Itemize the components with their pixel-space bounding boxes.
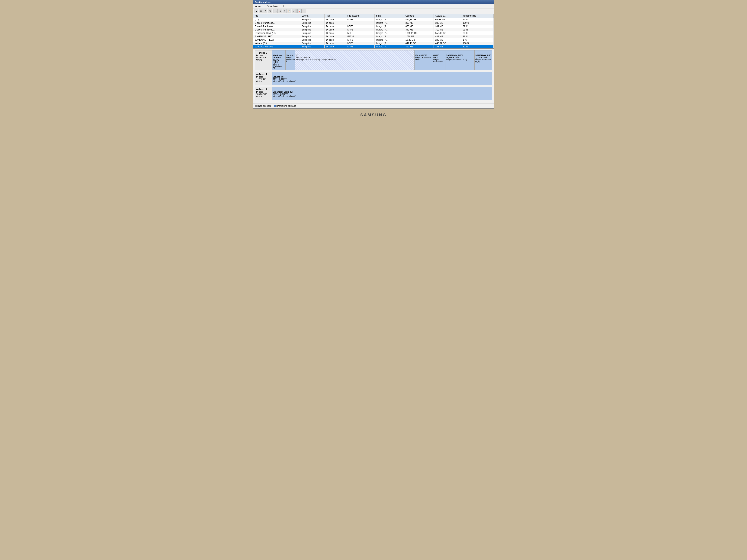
toolbar-grid2-btn[interactable]: ⊞ [268, 9, 272, 13]
table-row[interactable]: SAMSUNG_REC2SempliceDi baseNTFSIntegro (… [253, 38, 494, 42]
toolbar-x-btn[interactable]: ✕ [278, 9, 282, 13]
table-cell-8-0: Windows RE tools [253, 45, 300, 48]
toolbar-chart-btn[interactable]: 📊 [298, 9, 302, 13]
disk0-type: Di base [256, 54, 271, 56]
table-cell-3-0: Disco 0 Partizione... [253, 28, 300, 31]
partition-table: me Layout Tipo File system Stato Capacit… [253, 14, 494, 48]
table-cell-0-3: NTFS [346, 18, 375, 22]
table-cell-3-5: 349 MB [404, 28, 434, 31]
disk-partition[interactable]: Windows RE tools 499 MB NTFS Integro (Pa… [272, 50, 286, 70]
toolbar-paste-btn[interactable]: 📋 [287, 9, 291, 13]
disk1-status: Online [256, 80, 271, 82]
disk1-row: — Disco 1 Di base 447,12 GB Online Volum… [255, 72, 492, 85]
app-window: Gestione disco Azione Visualizza ? ◄ ▦ ?… [253, 0, 494, 109]
menu-visualizza[interactable]: Visualizza [266, 4, 279, 8]
partition-status: Integro (Partizione OE [273, 63, 285, 69]
partition-status: Integro (Partizione c [286, 56, 294, 63]
table-row[interactable]: Windows RE toolsSempliceDi baseNTFSInteg… [253, 45, 494, 48]
table-cell-6-5: 18,29 GB [404, 38, 434, 42]
table-row[interactable]: (C:)SempliceDi baseNTFSIntegro (A...444,… [253, 18, 494, 22]
partition-status: Integro (Partizione C [433, 58, 444, 63]
table-cell-5-6: 402 MB [434, 35, 461, 38]
table-cell-5-0: SAMSUNG_REC [253, 35, 300, 38]
disk2-status: Online [256, 95, 271, 98]
table-row[interactable]: Volume (D:)SempliceDi baseNTFSIntegro (P… [253, 42, 494, 45]
table-row[interactable]: Disco 0 Partizione...SempliceDi baseNTFS… [253, 25, 494, 28]
table-cell-2-3: NTFS [346, 25, 375, 28]
table-cell-1-1: Semplice [300, 21, 325, 25]
toolbar-back-btn[interactable]: ◄ [254, 9, 258, 13]
table-cell-8-7: 30 % [461, 45, 494, 48]
table-cell-6-4: Integro (P... [375, 38, 404, 42]
disk-partition[interactable]: 300 MB Integro (Partizione c [286, 50, 295, 70]
table-body: (C:)SempliceDi baseNTFSIntegro (A...444,… [253, 18, 494, 49]
table-row[interactable]: Disco 0 Partizione...SempliceDi baseNTFS… [253, 28, 494, 31]
table-cell-3-7: 91 % [461, 28, 494, 31]
disk-partition[interactable]: Volume (D:) 447,11 GB NTFS Integro (Part… [272, 72, 492, 85]
table-row[interactable]: SAMSUNG_RECSempliceDi baseFAT32Integro (… [253, 35, 494, 38]
partition-size: 349 MB NTFS [433, 54, 444, 58]
disk1-name: — Disco 1 [256, 73, 271, 76]
toolbar-help-btn[interactable]: ? [263, 9, 267, 13]
table-cell-7-7: 100 % [461, 42, 494, 45]
disk-visual-section: — Disco 0 Di base 465,64 GB Online Windo… [253, 49, 494, 103]
disk-partition[interactable]: Expansion Drive (E:) 1863,01 GB NTFS Int… [272, 87, 492, 100]
partition-status: Integro (Partizione OEM) [446, 59, 474, 61]
disk-partition[interactable]: SAMSUNG_REC2 18,29 GB NTFS Integro (Part… [445, 50, 474, 70]
table-cell-5-4: Integro (P... [375, 35, 404, 38]
col-space: Spazio d... [434, 14, 461, 18]
toolbar-scissors-btn[interactable]: ✂ [274, 9, 278, 13]
table-cell-6-2: Di base [325, 38, 346, 42]
toolbar-separator [273, 9, 273, 13]
table-cell-8-6: 151 MB [434, 45, 461, 48]
disk2-type: Di base [256, 91, 271, 93]
partition-name: Expansion Drive (E:) [273, 91, 491, 93]
col-filesystem: File system [346, 14, 375, 18]
table-cell-6-1: Semplice [300, 38, 325, 42]
app-title: Gestione disco [255, 1, 271, 4]
table-cell-0-4: Integro (A... [375, 18, 404, 22]
col-layout: Layout [300, 14, 325, 18]
title-bar: Gestione disco [253, 0, 494, 4]
disk0-label: — Disco 0 Di base 465,64 GB Online [255, 50, 272, 70]
table-cell-2-4: Integro (P... [375, 25, 404, 28]
table-cell-0-6: 68,93 GB [434, 18, 461, 22]
table-cell-8-5: 499 MB [404, 45, 434, 48]
table-row[interactable]: Expansion Drive (E:)SempliceDi baseNTFSI… [253, 31, 494, 35]
menu-bar: Azione Visualizza ? [253, 4, 494, 8]
table-cell-3-2: Di base [325, 28, 346, 31]
toolbar-grid-btn[interactable]: ▦ [259, 9, 263, 13]
table-row[interactable]: Disco 0 Partizione...SempliceDi baseInte… [253, 21, 494, 25]
disk-partition[interactable]: (C:) 444,39 GB NTFS Integro (Avvio, File… [295, 50, 414, 70]
partition-size: 1863,01 GB NTFS [273, 93, 491, 95]
legend-primary: Partizione primaria [274, 105, 296, 107]
legend-primary-color [274, 105, 277, 107]
partition-status: Integro (Partizione OEM [415, 56, 431, 61]
table-cell-7-2: Di base [325, 42, 346, 45]
disk0-size: 465,64 GB [256, 56, 271, 59]
disk-partition[interactable]: SAMSUNG_REC 1,00 GB FAT32 Integro (Parti… [474, 50, 492, 70]
table-cell-8-4: Integro (P... [375, 45, 404, 48]
legend-unallocated-color [255, 105, 258, 107]
table-cell-2-1: Semplice [300, 25, 325, 28]
partition-status: Integro (Avvio, File di paging, Dettagli… [296, 59, 413, 61]
menu-azione[interactable]: Azione [254, 4, 263, 8]
partition-name: SAMSUNG_REC [475, 54, 491, 56]
toolbar-copy-btn[interactable]: ⎘ [283, 9, 287, 13]
toolbar-info-btn[interactable]: ℹ [302, 9, 306, 13]
disk1-partitions: Volume (D:) 447,11 GB NTFS Integro (Part… [272, 72, 492, 85]
table-cell-8-3: NTFS [346, 45, 375, 48]
toolbar-separator2 [297, 9, 297, 13]
table-cell-7-5: 447,11 GB [404, 42, 434, 45]
legend-unallocated: Non allocata [255, 105, 271, 107]
legend-primary-label: Partizione primaria [277, 105, 296, 107]
toolbar-undo-btn[interactable]: ↩ [292, 9, 296, 13]
toolbar: ◄ ▦ ? ⊞ ✂ ✕ ⎘ 📋 ↩ 📊 ℹ [253, 8, 494, 14]
disk-partition[interactable]: 856 MB NTFS Integro (Partizione OEM [415, 50, 432, 70]
table-cell-1-2: Di base [325, 21, 346, 25]
disk-partition[interactable]: 349 MB NTFS Integro (Partizione C [432, 50, 445, 70]
partition-name: (C:) [296, 54, 413, 56]
table-cell-5-7: 39 % [461, 35, 494, 38]
table-cell-5-2: Di base [325, 35, 346, 38]
menu-help[interactable]: ? [282, 4, 285, 8]
